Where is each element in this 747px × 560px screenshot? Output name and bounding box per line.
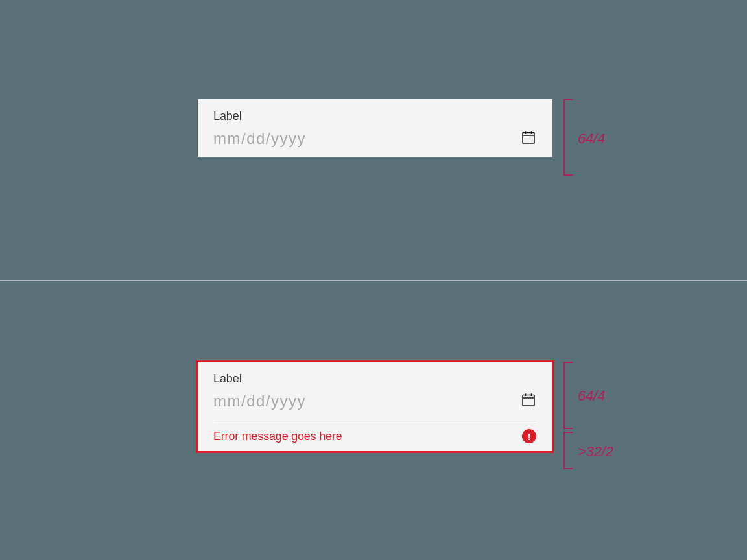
date-picker-default[interactable]: Label mm/dd/yyyy (198, 99, 552, 157)
error-message: Error message goes here (213, 430, 342, 443)
calendar-icon[interactable] (521, 130, 536, 148)
date-picker-error[interactable]: Label mm/dd/yyyy Error message goes here… (198, 362, 552, 451)
field-divider (213, 421, 536, 421)
field-label: Label (213, 110, 536, 123)
section-divider (0, 280, 747, 281)
date-input-placeholder[interactable]: mm/dd/yyyy (213, 130, 306, 148)
error-row: Error message goes here ! (213, 429, 536, 443)
warning-filled-icon: ! (522, 429, 536, 443)
dimension-annotation: 64/4 >32/2 (552, 362, 662, 451)
date-input-placeholder[interactable]: mm/dd/yyyy (213, 392, 306, 410)
dimension-value: >32/2 (578, 443, 613, 460)
dimension-value: 64/4 (578, 388, 605, 404)
dimension-value: 64/4 (578, 130, 605, 147)
calendar-icon[interactable] (521, 392, 536, 410)
dimension-annotation: 64/4 (552, 99, 662, 157)
svg-rect-4 (523, 395, 534, 406)
field-label: Label (213, 372, 536, 386)
svg-rect-0 (523, 133, 534, 144)
